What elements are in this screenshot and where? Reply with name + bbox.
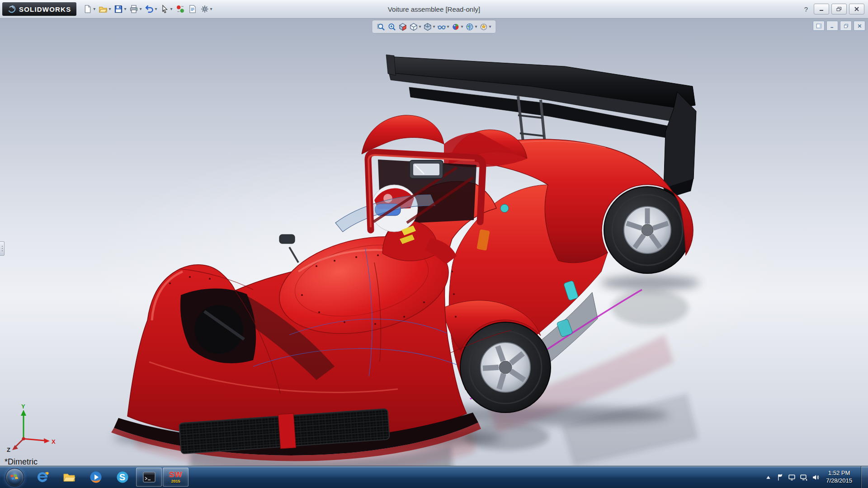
triad-y-label: Y (21, 404, 25, 410)
front-right-wheel[interactable] (460, 322, 551, 413)
taskbar: S SW 2015 (0, 466, 868, 488)
rebuild-icon (176, 5, 185, 14)
edit-appearance-icon (452, 23, 460, 31)
caret-down-icon[interactable]: ▾ (433, 24, 435, 29)
caret-down-icon[interactable]: ▾ (93, 7, 95, 11)
graphics-viewport[interactable]: ▾▾▾▾▾▾ Y X Z *Dimetric (0, 19, 868, 467)
caret-down-icon[interactable]: ▾ (447, 24, 449, 29)
caret-down-icon[interactable]: ▾ (475, 24, 477, 29)
taskbar-item-windows-explorer[interactable] (56, 468, 82, 487)
windows-logo-icon (9, 472, 20, 483)
view-orientation-icon (409, 23, 418, 31)
taskbar-item-media-player[interactable] (83, 468, 108, 487)
clock-date: 7/28/2015 (826, 477, 852, 485)
internet-explorer-icon (35, 470, 50, 484)
undo-icon (145, 5, 154, 14)
save-button[interactable]: ▾ (113, 3, 127, 15)
minimize-icon (819, 7, 824, 11)
new-document-button[interactable]: ▾ (82, 3, 97, 15)
file-properties-button[interactable] (187, 3, 198, 15)
file-properties-icon (188, 5, 197, 14)
apply-scene-icon (466, 23, 474, 31)
display-style-icon (423, 23, 432, 31)
taskbar-item-command-prompt[interactable] (136, 468, 162, 487)
open-document-icon (99, 5, 108, 14)
taskbar-item-solidworks[interactable]: SW 2015 (163, 468, 189, 487)
zoom-to-area-icon (387, 23, 396, 31)
new-document-icon (83, 5, 92, 14)
caret-down-icon[interactable]: ▾ (108, 7, 111, 11)
doc-restore-button[interactable] (840, 21, 852, 31)
solidworks-2015-icon: SW 2015 (169, 471, 182, 483)
view-orientation-button[interactable]: ▾ (408, 21, 422, 32)
quick-access-toolbar: ▾▾▾▾▾▾▾ (82, 3, 213, 15)
caret-down-icon[interactable]: ▾ (419, 24, 421, 29)
action-center-flag-icon[interactable] (776, 474, 784, 481)
title-bar: SOLIDWORKS ▾▾▾▾▾▾▾ Voiture assemblee [Re… (0, 0, 868, 19)
network-icon[interactable] (800, 474, 807, 481)
command-prompt-icon (142, 470, 156, 484)
doc-close-icon (857, 23, 863, 29)
section-view-button[interactable] (397, 21, 408, 32)
print-icon (129, 5, 138, 14)
solidworks-brand: SOLIDWORKS (2, 2, 76, 16)
print-button[interactable]: ▾ (128, 3, 143, 15)
caret-down-icon[interactable]: ▾ (461, 24, 463, 29)
skype-icon: S (115, 470, 130, 484)
zoom-to-area-button[interactable] (387, 21, 397, 32)
close-icon (854, 7, 859, 11)
brand-text: SOLIDWORKS (19, 5, 71, 13)
apply-scene-button[interactable]: ▾ (465, 21, 478, 32)
hide-show-items-button[interactable]: ▾ (436, 21, 450, 32)
view-settings-button[interactable]: ▾ (479, 21, 492, 32)
orientation-triad[interactable]: Y X Z (6, 404, 61, 453)
caret-down-icon[interactable]: ▾ (155, 7, 157, 11)
minimize-button[interactable] (814, 4, 829, 14)
show-desktop-button[interactable] (861, 466, 868, 488)
clock-time: 1:52 PM (826, 469, 852, 477)
undo-button[interactable]: ▾ (143, 3, 158, 15)
caret-down-icon[interactable]: ▾ (170, 7, 173, 11)
tray-expand-icon[interactable] (764, 474, 772, 481)
display-style-button[interactable]: ▾ (422, 21, 436, 32)
save-icon (114, 5, 123, 14)
rear-view-mirror (410, 160, 443, 178)
caret-down-icon[interactable]: ▾ (210, 7, 212, 11)
options-button[interactable]: ▾ (199, 3, 214, 15)
zoom-to-fit-icon (377, 23, 385, 31)
3d-model-voiture[interactable] (0, 19, 868, 467)
triad-x-label: X (52, 438, 56, 445)
caret-down-icon[interactable]: ▾ (489, 24, 491, 29)
start-button[interactable] (0, 466, 29, 488)
restore-icon (836, 7, 842, 11)
doc-restore-icon (843, 23, 849, 29)
close-button[interactable] (849, 4, 864, 14)
zoom-to-fit-button[interactable] (376, 21, 386, 32)
feature-tree-splitter[interactable] (0, 241, 5, 256)
open-document-button[interactable]: ▾ (97, 3, 112, 15)
edit-appearance-button[interactable]: ▾ (451, 21, 464, 32)
rebuild-button[interactable] (175, 3, 186, 15)
doc-minimize-icon (830, 23, 835, 29)
help-button[interactable]: ? (801, 5, 811, 13)
heads-up-view-toolbar: ▾▾▾▾▾▾ (372, 20, 495, 33)
dassault-3ds-logo (8, 5, 16, 13)
options-icon (200, 5, 209, 14)
document-window-controls (813, 21, 865, 31)
taskbar-clock[interactable]: 1:52 PM 7/28/2015 (823, 469, 857, 485)
folder-icon (62, 470, 76, 484)
caret-down-icon[interactable]: ▾ (124, 7, 126, 11)
task-pane-toggle-button[interactable] (813, 21, 825, 31)
windows-update-icon[interactable] (788, 474, 796, 481)
select-button[interactable]: ▾ (159, 3, 174, 15)
volume-icon[interactable] (811, 474, 819, 481)
taskbar-item-skype[interactable]: S (109, 468, 135, 487)
triad-z-label: Z (7, 446, 10, 453)
doc-minimize-button[interactable] (826, 21, 838, 31)
caret-down-icon[interactable]: ▾ (139, 7, 142, 11)
doc-close-button[interactable] (854, 21, 865, 31)
view-settings-icon (480, 23, 488, 31)
teal-dot (500, 204, 509, 212)
restore-button[interactable] (831, 4, 847, 14)
taskbar-item-internet-explorer[interactable] (29, 468, 55, 487)
